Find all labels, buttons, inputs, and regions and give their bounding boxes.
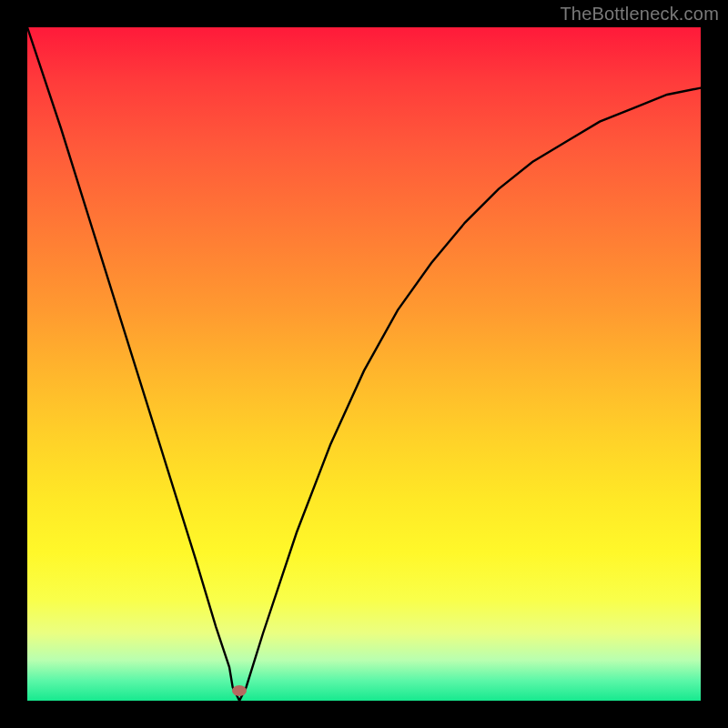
watermark-text: TheBottleneck.com [560, 4, 719, 25]
optimal-marker [232, 685, 247, 696]
plot-area [27, 27, 701, 701]
chart-frame: TheBottleneck.com [0, 0, 728, 728]
bottleneck-curve [27, 27, 701, 701]
curve-svg [27, 27, 701, 701]
